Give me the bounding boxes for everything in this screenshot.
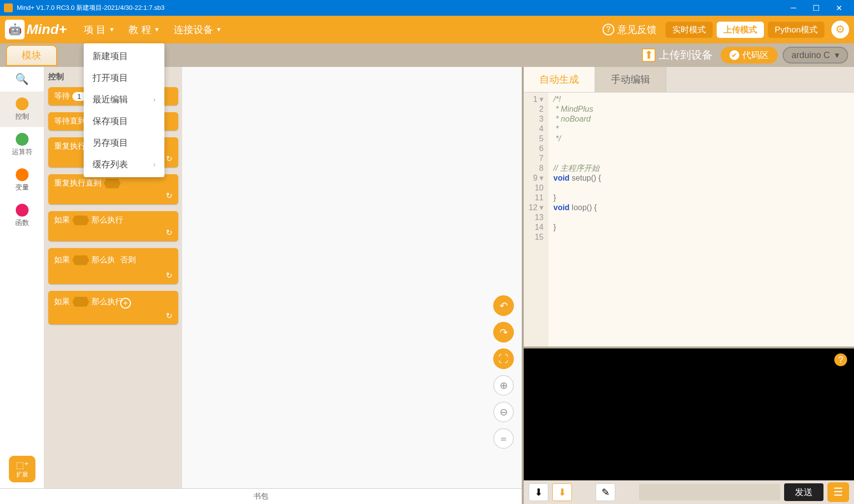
settings-button[interactable]: ⚙ xyxy=(831,21,849,38)
menu-new-project[interactable]: 新建项目 xyxy=(84,45,164,67)
send-button[interactable]: 发送 xyxy=(784,483,823,501)
block-repeat-until[interactable]: 重复执行直到 xyxy=(48,174,178,204)
language-select[interactable]: arduino C▾ xyxy=(783,47,848,63)
mode-python-button[interactable]: Python模式 xyxy=(768,22,824,38)
code-editor[interactable]: 1 ▾2 3 4 5 6 7 8 9 ▾10 11 12 ▾13 14 15 /… xyxy=(524,93,854,346)
usb-active-button[interactable]: ⬇ xyxy=(552,483,572,501)
category-variables[interactable]: 变量 xyxy=(0,162,44,198)
menu-open-project[interactable]: 打开项目 xyxy=(84,67,164,89)
usb-button[interactable]: ⬇ xyxy=(529,483,548,501)
menu-project[interactable]: 项 目▼ xyxy=(77,19,122,40)
project-dropdown: 新建项目 打开项目 最近编辑› 保存项目 另存项目 缓存列表› xyxy=(84,43,164,177)
category-operators[interactable]: 运算符 xyxy=(0,127,44,162)
menu-cache-list[interactable]: 缓存列表› xyxy=(84,154,164,175)
crop-button[interactable]: ⛶ xyxy=(493,348,514,369)
menu-recent[interactable]: 最近编辑› xyxy=(84,89,164,110)
block-if[interactable]: 如果那么执行 xyxy=(48,211,178,241)
caret-icon: ▼ xyxy=(154,26,160,33)
block-if-plus[interactable]: 如果那么执行+ xyxy=(48,291,178,324)
main-toolbar: 🤖 Mind+ 项 目▼ 教 程▼ 连接设备▼ ? 意见反馈 实时模式 上传模式… xyxy=(0,16,854,43)
menu-device[interactable]: 连接设备▼ xyxy=(167,19,229,40)
mode-upload-button[interactable]: 上传模式 xyxy=(717,22,764,38)
check-icon: ✔ xyxy=(729,50,739,60)
upload-to-device-button[interactable]: ⬆ 上传到设备 xyxy=(642,48,713,63)
mode-realtime-button[interactable]: 实时模式 xyxy=(665,22,713,38)
question-icon: ? xyxy=(602,24,614,35)
undo-button[interactable]: ↶ xyxy=(493,295,514,316)
category-control[interactable]: 控制 xyxy=(0,92,44,127)
caret-icon: ▼ xyxy=(109,26,115,33)
caret-icon: ▼ xyxy=(216,26,222,33)
menu-tutorial[interactable]: 教 程▼ xyxy=(122,19,166,40)
logo-text: Mind+ xyxy=(27,22,67,37)
app-icon xyxy=(4,3,13,12)
eraser-button[interactable]: ✎ xyxy=(596,483,615,501)
backpack[interactable]: 书包 xyxy=(0,488,522,504)
chevron-right-icon: › xyxy=(153,95,156,103)
chevron-down-icon: ▾ xyxy=(835,50,839,61)
code-area-button[interactable]: ✔ 代码区 xyxy=(721,47,778,63)
maximize-button[interactable]: ☐ xyxy=(805,0,827,15)
block-if-else[interactable]: 如果那么执行否则 xyxy=(48,248,178,284)
plus-icon[interactable]: + xyxy=(120,298,131,309)
serial-monitor: ? ⬇ ⬇ ✎ 发送 ☰ xyxy=(524,346,854,504)
serial-menu-button[interactable]: ☰ xyxy=(827,482,849,502)
title-bar: Mind+ V1.7.0 RC3.0 新建项目-2021/4/30-22:1:7… xyxy=(0,0,854,16)
window-title: Mind+ V1.7.0 RC3.0 新建项目-2021/4/30-22:1:7… xyxy=(17,3,782,12)
category-list: 🔍 控制 运算符 变量 函数 ⬚⁺扩展 xyxy=(0,67,44,488)
zoom-reset-button[interactable]: ＝ xyxy=(493,428,514,449)
serial-toolbar: ⬇ ⬇ ✎ 发送 ☰ xyxy=(524,480,854,504)
tab-auto-generate[interactable]: 自动生成 xyxy=(524,67,595,92)
search-icon[interactable]: 🔍 xyxy=(15,73,29,86)
line-gutter: 1 ▾2 3 4 5 6 7 8 9 ▾10 11 12 ▾13 14 15 xyxy=(524,93,548,346)
feedback-link[interactable]: ? 意见反馈 xyxy=(602,23,657,36)
script-canvas[interactable]: ↶ ↷ ⛶ ⊕ ⊖ ＝ xyxy=(182,67,522,488)
left-panel: 🔍 控制 运算符 变量 函数 ⬚⁺扩展 控制 📌 等待1 等待直到 重复执行10… xyxy=(0,67,522,504)
logo-icon: 🤖 xyxy=(5,20,25,39)
logo: 🤖 Mind+ xyxy=(5,20,67,39)
blocks-tab[interactable]: 模块 xyxy=(6,45,57,66)
redo-button[interactable]: ↷ xyxy=(493,322,514,343)
serial-input[interactable] xyxy=(639,484,780,501)
menu-save-as[interactable]: 另存项目 xyxy=(84,132,164,154)
tab-manual-edit[interactable]: 手动编辑 xyxy=(595,67,666,92)
close-button[interactable]: ✕ xyxy=(827,0,850,15)
extensions-button[interactable]: ⬚⁺扩展 xyxy=(9,456,35,482)
minimize-button[interactable]: ─ xyxy=(782,0,805,15)
chevron-right-icon: › xyxy=(153,160,156,168)
menu-save-project[interactable]: 保存项目 xyxy=(84,110,164,132)
upload-icon: ⬆ xyxy=(642,48,656,62)
right-panel: 自动生成 手动编辑 1 ▾2 3 4 5 6 7 8 9 ▾10 11 12 ▾… xyxy=(522,67,854,504)
zoom-in-button[interactable]: ⊕ xyxy=(493,375,514,396)
code-content: /*! * MindPlus * noBoard * */ // 主程序开始 v… xyxy=(548,93,606,346)
help-button[interactable]: ? xyxy=(834,353,847,366)
code-tabs: 自动生成 手动编辑 xyxy=(524,67,854,93)
category-functions[interactable]: 函数 xyxy=(0,198,44,233)
zoom-out-button[interactable]: ⊖ xyxy=(493,402,514,422)
